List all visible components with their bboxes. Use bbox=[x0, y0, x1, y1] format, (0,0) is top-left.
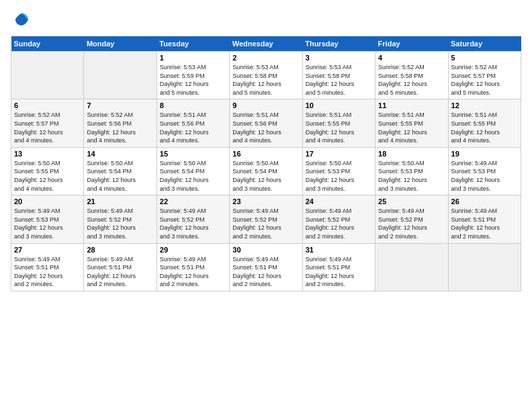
day-info: Sunrise: 5:50 AM Sunset: 5:54 PM Dayligh… bbox=[232, 159, 299, 193]
day-info: Sunrise: 5:50 AM Sunset: 5:54 PM Dayligh… bbox=[87, 159, 153, 193]
day-info: Sunrise: 5:53 AM Sunset: 5:59 PM Dayligh… bbox=[160, 63, 226, 97]
day-number: 13 bbox=[14, 150, 81, 158]
day-number: 16 bbox=[232, 150, 299, 158]
day-number: 2 bbox=[232, 54, 299, 62]
day-info: Sunrise: 5:51 AM Sunset: 5:55 PM Dayligh… bbox=[378, 111, 445, 144]
day-cell: 9Sunrise: 5:51 AM Sunset: 5:56 PM Daylig… bbox=[230, 99, 302, 147]
day-cell: 10Sunrise: 5:51 AM Sunset: 5:55 PM Dayli… bbox=[302, 99, 375, 147]
day-number: 17 bbox=[306, 150, 372, 158]
day-cell: 1Sunrise: 5:53 AM Sunset: 5:59 PM Daylig… bbox=[157, 52, 229, 99]
calendar-table: SundayMondayTuesdayWednesdayThursdayFrid… bbox=[11, 36, 521, 291]
day-info: Sunrise: 5:49 AM Sunset: 5:53 PM Dayligh… bbox=[451, 159, 518, 193]
day-cell: 30Sunrise: 5:49 AM Sunset: 5:51 PM Dayli… bbox=[230, 243, 302, 291]
day-number: 6 bbox=[14, 101, 81, 109]
day-cell: 2Sunrise: 5:53 AM Sunset: 5:58 PM Daylig… bbox=[230, 52, 302, 99]
day-number: 24 bbox=[306, 197, 372, 205]
day-cell bbox=[448, 243, 521, 291]
day-info: Sunrise: 5:52 AM Sunset: 5:57 PM Dayligh… bbox=[451, 63, 518, 97]
day-cell: 19Sunrise: 5:49 AM Sunset: 5:53 PM Dayli… bbox=[448, 147, 521, 195]
weekday-header-row: SundayMondayTuesdayWednesdayThursdayFrid… bbox=[11, 36, 521, 52]
day-cell: 21Sunrise: 5:49 AM Sunset: 5:52 PM Dayli… bbox=[84, 195, 157, 243]
day-cell: 7Sunrise: 5:52 AM Sunset: 5:56 PM Daylig… bbox=[84, 99, 157, 147]
day-cell: 23Sunrise: 5:49 AM Sunset: 5:52 PM Dayli… bbox=[230, 195, 302, 243]
day-info: Sunrise: 5:49 AM Sunset: 5:52 PM Dayligh… bbox=[378, 207, 445, 240]
day-cell: 8Sunrise: 5:51 AM Sunset: 5:56 PM Daylig… bbox=[157, 99, 229, 147]
logo-icon bbox=[11, 11, 30, 30]
weekday-header-sunday: Sunday bbox=[11, 36, 84, 52]
day-number: 3 bbox=[306, 54, 372, 62]
day-cell: 22Sunrise: 5:49 AM Sunset: 5:52 PM Dayli… bbox=[157, 195, 229, 243]
day-info: Sunrise: 5:49 AM Sunset: 5:51 PM Dayligh… bbox=[451, 207, 518, 240]
day-cell: 26Sunrise: 5:49 AM Sunset: 5:51 PM Dayli… bbox=[448, 195, 521, 243]
weekday-header-saturday: Saturday bbox=[448, 36, 521, 52]
day-info: Sunrise: 5:49 AM Sunset: 5:51 PM Dayligh… bbox=[306, 255, 372, 289]
day-info: Sunrise: 5:52 AM Sunset: 5:56 PM Dayligh… bbox=[87, 111, 153, 144]
weekday-header-thursday: Thursday bbox=[302, 36, 375, 52]
day-info: Sunrise: 5:52 AM Sunset: 5:57 PM Dayligh… bbox=[14, 111, 81, 144]
logo bbox=[11, 11, 32, 30]
day-number: 7 bbox=[87, 101, 153, 109]
day-number: 14 bbox=[87, 150, 153, 158]
day-info: Sunrise: 5:49 AM Sunset: 5:52 PM Dayligh… bbox=[87, 207, 153, 240]
day-cell: 13Sunrise: 5:50 AM Sunset: 5:55 PM Dayli… bbox=[11, 147, 84, 195]
day-info: Sunrise: 5:50 AM Sunset: 5:55 PM Dayligh… bbox=[14, 159, 81, 193]
day-info: Sunrise: 5:53 AM Sunset: 5:58 PM Dayligh… bbox=[306, 63, 372, 97]
day-number: 19 bbox=[451, 150, 518, 158]
day-cell: 3Sunrise: 5:53 AM Sunset: 5:58 PM Daylig… bbox=[302, 52, 375, 99]
day-cell: 25Sunrise: 5:49 AM Sunset: 5:52 PM Dayli… bbox=[375, 195, 448, 243]
day-number: 20 bbox=[14, 197, 81, 205]
day-info: Sunrise: 5:52 AM Sunset: 5:58 PM Dayligh… bbox=[378, 63, 445, 97]
day-cell: 16Sunrise: 5:50 AM Sunset: 5:54 PM Dayli… bbox=[230, 147, 302, 195]
day-cell bbox=[375, 243, 448, 291]
day-info: Sunrise: 5:50 AM Sunset: 5:53 PM Dayligh… bbox=[378, 159, 445, 193]
day-number: 5 bbox=[451, 54, 518, 62]
day-cell: 27Sunrise: 5:49 AM Sunset: 5:51 PM Dayli… bbox=[11, 243, 84, 291]
day-info: Sunrise: 5:51 AM Sunset: 5:56 PM Dayligh… bbox=[160, 111, 226, 144]
day-cell: 4Sunrise: 5:52 AM Sunset: 5:58 PM Daylig… bbox=[375, 52, 448, 99]
day-cell: 17Sunrise: 5:50 AM Sunset: 5:53 PM Dayli… bbox=[302, 147, 375, 195]
day-cell: 14Sunrise: 5:50 AM Sunset: 5:54 PM Dayli… bbox=[84, 147, 157, 195]
day-cell: 20Sunrise: 5:49 AM Sunset: 5:53 PM Dayli… bbox=[11, 195, 84, 243]
day-number: 25 bbox=[378, 197, 445, 205]
day-number: 22 bbox=[160, 197, 226, 205]
day-info: Sunrise: 5:49 AM Sunset: 5:51 PM Dayligh… bbox=[14, 255, 81, 289]
day-info: Sunrise: 5:49 AM Sunset: 5:52 PM Dayligh… bbox=[160, 207, 226, 240]
day-info: Sunrise: 5:49 AM Sunset: 5:51 PM Dayligh… bbox=[87, 255, 153, 289]
page-header bbox=[11, 11, 521, 30]
day-number: 4 bbox=[378, 54, 445, 62]
weekday-header-wednesday: Wednesday bbox=[230, 36, 302, 52]
day-number: 21 bbox=[87, 197, 153, 205]
week-row-4: 20Sunrise: 5:49 AM Sunset: 5:53 PM Dayli… bbox=[11, 195, 521, 243]
day-number: 28 bbox=[87, 246, 153, 254]
day-info: Sunrise: 5:53 AM Sunset: 5:58 PM Dayligh… bbox=[232, 63, 299, 97]
day-number: 10 bbox=[306, 101, 372, 109]
day-cell: 5Sunrise: 5:52 AM Sunset: 5:57 PM Daylig… bbox=[448, 52, 521, 99]
day-cell: 11Sunrise: 5:51 AM Sunset: 5:55 PM Dayli… bbox=[375, 99, 448, 147]
day-number: 31 bbox=[306, 246, 372, 254]
day-number: 1 bbox=[160, 54, 226, 62]
day-number: 9 bbox=[232, 101, 299, 109]
day-cell: 6Sunrise: 5:52 AM Sunset: 5:57 PM Daylig… bbox=[11, 99, 84, 147]
day-info: Sunrise: 5:51 AM Sunset: 5:56 PM Dayligh… bbox=[232, 111, 299, 144]
week-row-1: 1Sunrise: 5:53 AM Sunset: 5:59 PM Daylig… bbox=[11, 52, 521, 99]
day-number: 30 bbox=[232, 246, 299, 254]
day-number: 18 bbox=[378, 150, 445, 158]
day-cell bbox=[11, 52, 84, 99]
day-cell: 12Sunrise: 5:51 AM Sunset: 5:55 PM Dayli… bbox=[448, 99, 521, 147]
week-row-5: 27Sunrise: 5:49 AM Sunset: 5:51 PM Dayli… bbox=[11, 243, 521, 291]
day-cell: 28Sunrise: 5:49 AM Sunset: 5:51 PM Dayli… bbox=[84, 243, 157, 291]
day-number: 27 bbox=[14, 246, 81, 254]
day-info: Sunrise: 5:49 AM Sunset: 5:53 PM Dayligh… bbox=[14, 207, 81, 240]
day-cell: 18Sunrise: 5:50 AM Sunset: 5:53 PM Dayli… bbox=[375, 147, 448, 195]
day-info: Sunrise: 5:49 AM Sunset: 5:52 PM Dayligh… bbox=[232, 207, 299, 240]
weekday-header-monday: Monday bbox=[84, 36, 157, 52]
day-cell: 31Sunrise: 5:49 AM Sunset: 5:51 PM Dayli… bbox=[302, 243, 375, 291]
day-number: 26 bbox=[451, 197, 518, 205]
day-number: 11 bbox=[378, 101, 445, 109]
day-cell: 24Sunrise: 5:49 AM Sunset: 5:52 PM Dayli… bbox=[302, 195, 375, 243]
week-row-2: 6Sunrise: 5:52 AM Sunset: 5:57 PM Daylig… bbox=[11, 99, 521, 147]
day-cell: 29Sunrise: 5:49 AM Sunset: 5:51 PM Dayli… bbox=[157, 243, 229, 291]
day-number: 8 bbox=[160, 101, 226, 109]
day-info: Sunrise: 5:50 AM Sunset: 5:54 PM Dayligh… bbox=[160, 159, 226, 193]
day-info: Sunrise: 5:51 AM Sunset: 5:55 PM Dayligh… bbox=[306, 111, 372, 144]
